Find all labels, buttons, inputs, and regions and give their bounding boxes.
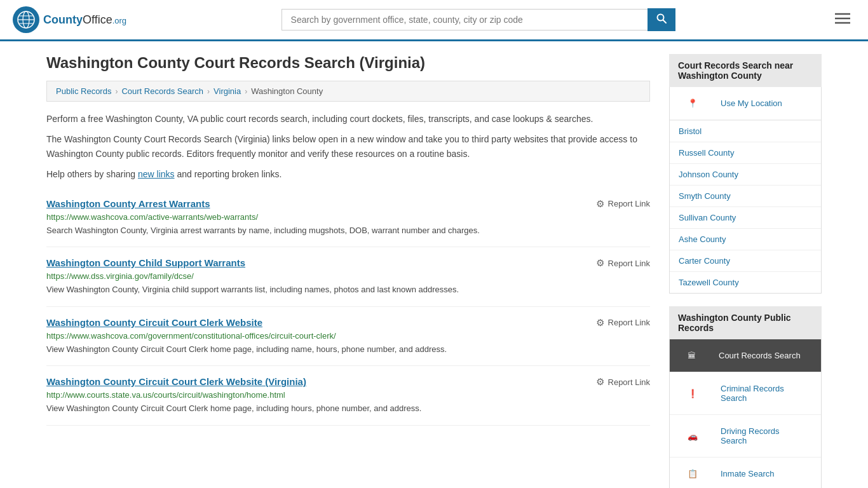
sidebar-nearby-smyth[interactable]: Smyth County [670, 186, 821, 207]
driving-records-icon: 🚗 [679, 426, 707, 447]
report-icon-0: ⚙ [596, 198, 604, 210]
use-location-link[interactable]: 📍 Use My Location [670, 87, 821, 120]
sidebar-pr-criminal-records[interactable]: ❗ Criminal Records Search [670, 372, 821, 415]
breadcrumb-sep-1: › [115, 87, 118, 96]
main-content: Washington County Court Records Search (… [46, 54, 650, 488]
result-item-0: Washington County Arrest Warrants ⚙ Repo… [46, 188, 650, 248]
report-icon-1: ⚙ [596, 257, 604, 269]
pr-inmate-search-label: Inmate Search [712, 463, 783, 484]
sidebar-nearby-tazewell[interactable]: Tazewell County [670, 272, 821, 293]
sidebar-public-records-list: 🏛 Court Records Search ❗ Criminal Record… [669, 339, 822, 488]
logo-icon [13, 6, 39, 33]
sidebar-nearby-carter[interactable]: Carter County [670, 250, 821, 272]
nearby-carter-link[interactable]: Carter County [670, 250, 821, 271]
report-icon-2: ⚙ [596, 317, 604, 329]
sidebar-nearby-sullivan[interactable]: Sullivan County [670, 207, 821, 229]
report-icon-3: ⚙ [596, 376, 604, 388]
nearby-ashe-link[interactable]: Ashe County [670, 229, 821, 250]
intro3-pre: Help others by sharing [46, 169, 138, 179]
report-link-3[interactable]: ⚙ Report Link [596, 376, 650, 388]
breadcrumb-public-records[interactable]: Public Records [56, 86, 111, 96]
nearby-tazewell-link[interactable]: Tazewell County [670, 272, 821, 293]
search-input[interactable] [281, 9, 648, 30]
breadcrumb-sep-3: › [245, 87, 247, 96]
inmate-search-icon: 📋 [679, 463, 707, 484]
pr-inmate-search-link[interactable]: 📋 Inmate Search [670, 458, 821, 488]
menu-button[interactable] [830, 9, 855, 30]
sidebar-public-records-title: Washington County Public Records [669, 306, 822, 339]
pr-criminal-records-label: Criminal Records Search [712, 378, 812, 409]
result-header-2: Washington County Circuit Court Clerk We… [46, 317, 650, 329]
result-desc-3: View Washington County Circuit Court Cle… [46, 402, 650, 415]
nearby-johnson-link[interactable]: Johnson County [670, 164, 821, 185]
result-desc-0: Search Washington County, Virginia arres… [46, 224, 650, 237]
result-url-2[interactable]: https://www.washcova.com/government/cons… [46, 331, 650, 341]
svg-line-6 [663, 20, 666, 24]
result-item-1: Washington County Child Support Warrants… [46, 247, 650, 307]
page-title: Washington County Court Records Search (… [46, 54, 650, 72]
report-link-1[interactable]: ⚙ Report Link [596, 257, 650, 269]
pr-driving-records-link[interactable]: 🚗 Driving Records Search [670, 415, 821, 457]
intro-paragraph-1: Perform a free Washington County, VA pub… [46, 112, 650, 126]
use-location-label: Use My Location [712, 93, 791, 114]
pin-icon: 📍 [679, 93, 707, 114]
result-title-3[interactable]: Washington County Circuit Court Clerk We… [46, 376, 306, 387]
sidebar-nearby-list: 📍 Use My Location Bristol Russell County… [669, 87, 822, 294]
pr-court-records-label: Court Records Search [710, 345, 810, 366]
results-list: Washington County Arrest Warrants ⚙ Repo… [46, 188, 650, 426]
logo-text: CountyOffice.org [43, 13, 126, 27]
breadcrumb-court-records-search[interactable]: Court Records Search [121, 86, 203, 96]
intro-paragraph-2: The Washington County Court Records Sear… [46, 132, 650, 161]
result-desc-2: View Washington County Circuit Court Cle… [46, 343, 650, 356]
result-header-3: Washington County Circuit Court Clerk We… [46, 376, 650, 388]
pr-criminal-records-link[interactable]: ❗ Criminal Records Search [670, 372, 821, 414]
report-label-2: Report Link [608, 318, 650, 327]
search-button[interactable] [648, 8, 675, 31]
criminal-records-icon: ❗ [679, 383, 707, 404]
search-area [281, 8, 675, 31]
result-url-0[interactable]: https://www.washcova.com/active-warrants… [46, 212, 650, 222]
logo-area: CountyOffice.org [13, 6, 126, 33]
result-url-3[interactable]: http://www.courts.state.va.us/courts/cir… [46, 390, 650, 400]
intro3-post: and reporting broken links. [175, 169, 282, 179]
report-link-2[interactable]: ⚙ Report Link [596, 317, 650, 329]
court-records-icon: 🏛 [679, 345, 705, 366]
nearby-russell-link[interactable]: Russell County [670, 142, 821, 163]
report-label-1: Report Link [608, 259, 650, 268]
main-container: Washington County Court Records Search (… [27, 41, 841, 488]
breadcrumb-washington-county: Washington County [251, 86, 323, 96]
result-item-2: Washington County Circuit Court Clerk We… [46, 307, 650, 367]
nearby-bristol-link[interactable]: Bristol [670, 121, 821, 142]
result-title-1[interactable]: Washington County Child Support Warrants [46, 257, 245, 268]
pr-driving-records-label: Driving Records Search [712, 421, 812, 451]
breadcrumb-virginia[interactable]: Virginia [214, 86, 241, 96]
breadcrumb-sep-2: › [207, 87, 210, 96]
result-desc-1: View Washington County, Virginia child s… [46, 283, 650, 296]
sidebar-pr-inmate-search[interactable]: 📋 Inmate Search [670, 458, 821, 488]
sidebar-nearby-ashe[interactable]: Ashe County [670, 229, 821, 250]
result-title-2[interactable]: Washington County Circuit Court Clerk We… [46, 317, 262, 328]
result-item-3: Washington County Circuit Court Clerk We… [46, 366, 650, 426]
sidebar-pr-court-records[interactable]: 🏛 Court Records Search [670, 339, 821, 372]
nearby-smyth-link[interactable]: Smyth County [670, 186, 821, 207]
report-label-0: Report Link [608, 199, 650, 208]
sidebar: Court Records Search near Washington Cou… [669, 54, 822, 488]
report-link-0[interactable]: ⚙ Report Link [596, 198, 650, 210]
result-header-1: Washington County Child Support Warrants… [46, 257, 650, 269]
breadcrumb: Public Records › Court Records Search › … [46, 81, 650, 102]
sidebar-pr-driving-records[interactable]: 🚗 Driving Records Search [670, 415, 821, 458]
intro-paragraph-3: Help others by sharing new links and rep… [46, 167, 650, 181]
result-header-0: Washington County Arrest Warrants ⚙ Repo… [46, 198, 650, 210]
pr-court-records-link[interactable]: 🏛 Court Records Search [670, 339, 821, 372]
site-header: CountyOffice.org [0, 0, 868, 41]
sidebar-use-location-item[interactable]: 📍 Use My Location [670, 87, 821, 121]
result-url-1[interactable]: https://www.dss.virginia.gov/family/dcse… [46, 271, 650, 281]
sidebar-public-records-section: Washington County Public Records 🏛 Court… [669, 306, 822, 488]
result-title-0[interactable]: Washington County Arrest Warrants [46, 198, 210, 209]
sidebar-nearby-russell[interactable]: Russell County [670, 142, 821, 164]
sidebar-nearby-johnson[interactable]: Johnson County [670, 164, 821, 186]
new-links-link[interactable]: new links [138, 169, 175, 179]
sidebar-nearby-title: Court Records Search near Washington Cou… [669, 54, 822, 87]
sidebar-nearby-bristol[interactable]: Bristol [670, 121, 821, 142]
nearby-sullivan-link[interactable]: Sullivan County [670, 207, 821, 228]
